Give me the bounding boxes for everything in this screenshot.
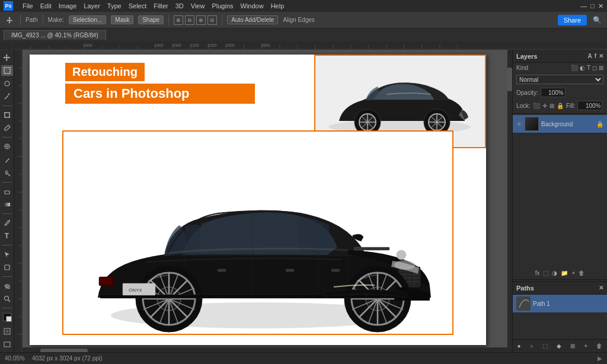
- path-to-selection-icon[interactable]: ⬚: [542, 343, 548, 349]
- type-tool[interactable]: T: [1, 231, 13, 241]
- auto-add-delete-button[interactable]: Auto Add/Delete: [227, 15, 278, 24]
- menu-window[interactable]: Window: [241, 2, 264, 9]
- svg-rect-50: [4, 342, 10, 347]
- magic-wand-tool[interactable]: [1, 91, 13, 102]
- lock-row: Lock: ⬛ ✛ ⊞ 🔒 Fill:: [513, 99, 607, 112]
- fill-path-icon[interactable]: ●: [517, 343, 521, 349]
- shape-tool[interactable]: [1, 262, 13, 273]
- menu-plugins[interactable]: Plugins: [212, 2, 233, 9]
- blend-mode-select[interactable]: Normal: [516, 75, 603, 84]
- layer-background[interactable]: 👁 Background 🔒: [513, 115, 607, 133]
- opacity-label: Opacity:: [516, 90, 538, 96]
- search-icon[interactable]: 🔍: [592, 15, 602, 25]
- move-tool-icon[interactable]: [5, 15, 15, 25]
- menu-filter[interactable]: Filter: [154, 2, 168, 9]
- svg-text:1900: 1900: [154, 43, 164, 47]
- add-adjustment-icon[interactable]: ◑: [552, 270, 557, 276]
- mask-button[interactable]: Mask: [111, 15, 133, 24]
- opacity-row: Opacity:: [513, 86, 607, 99]
- path-combine-icon[interactable]: ⊕: [174, 15, 183, 25]
- brush-tool[interactable]: [1, 154, 13, 165]
- lock-position-icon[interactable]: ✛: [542, 103, 547, 109]
- svg-text:2300: 2300: [225, 43, 235, 47]
- tool-separator: [2, 276, 12, 277]
- menu-help[interactable]: Help: [271, 2, 285, 9]
- menu-file[interactable]: File: [23, 2, 33, 9]
- share-button[interactable]: Share: [558, 15, 587, 25]
- canvas-area[interactable]: Retouching Cars in Photoshop: [23, 50, 512, 352]
- eyedropper-tool[interactable]: [1, 123, 13, 133]
- crop-tool[interactable]: [1, 110, 13, 120]
- gradient-tool[interactable]: [1, 199, 13, 210]
- lock-pixels-icon[interactable]: ⬛: [533, 103, 540, 109]
- add-group-icon[interactable]: 📁: [561, 270, 568, 276]
- paths-close-icon[interactable]: ✕: [599, 285, 603, 291]
- lock-artboard-icon[interactable]: ⊞: [550, 103, 554, 109]
- delete-layer-icon[interactable]: 🗑: [579, 270, 584, 276]
- scrollbar-horizontal[interactable]: [23, 347, 512, 352]
- add-mask-from-path-icon[interactable]: ⊞: [570, 343, 575, 349]
- layer-eye-icon[interactable]: 👁: [516, 121, 522, 127]
- maximize-button[interactable]: □: [590, 2, 595, 10]
- main-car-svg: ONYX: [63, 132, 453, 335]
- screen-mode[interactable]: [1, 339, 13, 350]
- title-block: Retouching Cars in Photoshop: [65, 63, 255, 104]
- path-exclude-icon[interactable]: ⊘: [207, 15, 217, 25]
- stroke-path-icon[interactable]: ○: [530, 343, 533, 349]
- paths-panel: Paths ✕ Path 1 ● ○ ⬚ ◆ ⊞ + 🗑: [513, 281, 607, 352]
- close-button[interactable]: ✕: [598, 2, 603, 10]
- add-mask-icon[interactable]: ⬚: [543, 270, 548, 276]
- minimize-button[interactable]: —: [580, 2, 587, 10]
- right-panel: Layers A f ✕ Kind ⬛ ◐ T ◻ ⊞ Normal: [512, 50, 607, 352]
- new-path-icon[interactable]: +: [584, 343, 587, 349]
- path-intersect-icon[interactable]: ⊗: [196, 15, 206, 25]
- menu-3d[interactable]: 3D: [175, 2, 184, 9]
- lock-all-icon[interactable]: 🔒: [557, 103, 564, 109]
- scrollbar-vertical[interactable]: [507, 50, 512, 352]
- clone-stamp-tool[interactable]: [1, 168, 13, 178]
- quick-mask-mode[interactable]: [1, 326, 13, 337]
- foreground-color[interactable]: [3, 313, 11, 321]
- shape-button[interactable]: Shape: [138, 15, 164, 24]
- menu-layer[interactable]: Layer: [84, 2, 100, 9]
- move-tool[interactable]: [1, 52, 13, 63]
- path-1-item[interactable]: Path 1: [513, 295, 607, 312]
- scrollbar-thumb-horizontal[interactable]: [40, 349, 88, 352]
- kind-type-icon[interactable]: T: [587, 65, 590, 71]
- layers-panel-icons: A f ✕: [587, 53, 603, 59]
- ruler-h-content: // We'll just draw static ticks via repe…: [13, 41, 607, 50]
- path-selection-tool[interactable]: [1, 249, 13, 260]
- selection-dropdown[interactable]: Selection...: [69, 15, 106, 24]
- selection-to-path-icon[interactable]: ◆: [557, 343, 561, 349]
- kind-adjustment-icon[interactable]: ◐: [580, 65, 585, 71]
- rectangular-marquee-tool[interactable]: [1, 65, 13, 76]
- kind-smart-icon[interactable]: ⊞: [599, 65, 603, 71]
- layers-close-icon[interactable]: ✕: [599, 53, 603, 59]
- menu-type[interactable]: Type: [107, 2, 122, 9]
- path-thumbnail: [516, 296, 531, 311]
- add-style-icon[interactable]: fx: [535, 270, 540, 276]
- heal-tool[interactable]: [1, 141, 13, 152]
- menu-view[interactable]: View: [191, 2, 205, 9]
- new-layer-icon[interactable]: +: [571, 270, 575, 276]
- dimensions-display: 4032 px x 3024 px (72 ppi): [32, 355, 102, 362]
- svg-point-35: [5, 81, 9, 86]
- document-tab[interactable]: IMG_4923 ... @ 40.1% (RGB/8#): [4, 30, 106, 40]
- main-selection-frame: ONYX: [62, 130, 453, 335]
- opacity-input[interactable]: [541, 88, 566, 97]
- scrollbar-thumb-vertical[interactable]: [507, 68, 512, 91]
- menu-edit[interactable]: Edit: [40, 2, 52, 9]
- lasso-tool[interactable]: [1, 78, 13, 89]
- kind-shape-icon[interactable]: ◻: [592, 65, 597, 71]
- menu-select[interactable]: Select: [129, 2, 147, 9]
- path-subtract-icon[interactable]: ⊖: [185, 15, 194, 25]
- pen-tool[interactable]: [1, 218, 13, 228]
- eraser-tool[interactable]: [1, 186, 13, 197]
- menu-image[interactable]: Image: [59, 2, 77, 9]
- delete-path-icon[interactable]: 🗑: [596, 343, 602, 349]
- tool-separator: [2, 182, 12, 183]
- zoom-tool[interactable]: [1, 293, 13, 304]
- hand-tool[interactable]: [1, 280, 13, 291]
- kind-pixel-icon[interactable]: ⬛: [571, 65, 578, 71]
- fill-input[interactable]: [577, 101, 602, 110]
